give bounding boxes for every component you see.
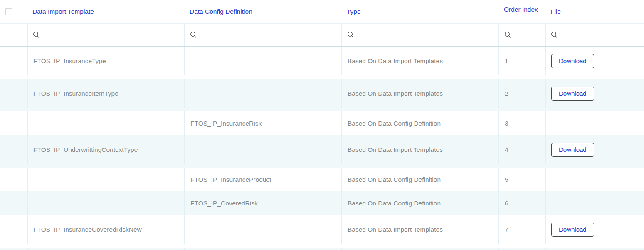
- cell-type: Based On Data Import Templates: [342, 146, 443, 153]
- table-row[interactable]: FTOS_IP_InsuranceProduct Based On Data C…: [0, 168, 644, 191]
- select-all-cell: [0, 0, 27, 23]
- filter-cell-checkbox-column: [0, 24, 27, 46]
- cell-order-index: 4: [499, 146, 508, 153]
- download-button[interactable]: Download: [551, 143, 594, 157]
- cell-type: Based On Data Config Definition: [342, 176, 441, 183]
- download-button[interactable]: Download: [551, 223, 594, 237]
- search-icon: [33, 31, 40, 38]
- column-header-data-import-template[interactable]: Data Import Template: [27, 8, 94, 15]
- filter-input-order-index[interactable]: [515, 31, 545, 38]
- table-row[interactable]: FTOS_IP_InsuranceCoveredRiskNew Based On…: [0, 215, 644, 248]
- download-button[interactable]: Download: [551, 54, 594, 68]
- filter-input-data-import-template[interactable]: [43, 31, 184, 38]
- download-button[interactable]: Download: [551, 87, 594, 101]
- cell-order-index: 1: [499, 57, 508, 65]
- cell-order-index: 6: [499, 200, 508, 207]
- select-all-checkbox[interactable]: [5, 8, 12, 15]
- table-row-partial: [0, 248, 644, 250]
- column-header-data-config-definition[interactable]: Data Config Definition: [184, 8, 252, 15]
- table-header-row: Data Import Template Data Config Definit…: [0, 0, 644, 24]
- table-row[interactable]: FTOS_IP_InsuranceItemType Based On Data …: [0, 79, 644, 111]
- search-icon: [347, 31, 354, 38]
- cell-order-index: 3: [499, 120, 508, 127]
- table-row[interactable]: FTOS_IP_InsuranceRisk Based On Data Conf…: [0, 111, 644, 135]
- cell-data-config-definition: FTOS_IP_InsuranceProduct: [185, 176, 271, 183]
- filter-input-file[interactable]: [561, 31, 644, 38]
- cell-type: Based On Data Import Templates: [342, 226, 443, 233]
- search-icon: [504, 31, 511, 38]
- cell-data-config-definition: FTOS_IP_InsuranceRisk: [185, 120, 262, 127]
- cell-order-index: 7: [499, 226, 508, 233]
- cell-type: Based On Data Import Templates: [342, 90, 443, 97]
- table-filter-row: [0, 24, 644, 47]
- column-header-type[interactable]: Type: [341, 8, 361, 15]
- filter-input-data-config-definition[interactable]: [200, 31, 341, 38]
- filter-input-type[interactable]: [358, 31, 498, 38]
- table-row[interactable]: FTOS_IP_UnderwrittingContextType Based O…: [0, 135, 644, 168]
- cell-data-import-template: FTOS_IP_InsuranceCoveredRiskNew: [28, 226, 142, 233]
- cell-type: Based On Data Config Definition: [342, 200, 441, 207]
- cell-data-config-definition: FTOS_IP_CoveredRisk: [185, 200, 258, 207]
- cell-data-import-template: FTOS_IP_UnderwrittingContextType: [28, 146, 138, 153]
- data-table: Data Import Template Data Config Definit…: [0, 0, 644, 250]
- cell-type: Based On Data Import Templates: [342, 57, 443, 65]
- table-row[interactable]: FTOS_IP_CoveredRisk Based On Data Config…: [0, 191, 644, 215]
- cell-data-import-template: FTOS_IP_InsuranceItemType: [28, 90, 118, 97]
- search-icon: [190, 31, 197, 38]
- column-header-order-index[interactable]: Order Index: [498, 6, 538, 13]
- cell-order-index: 5: [499, 176, 508, 183]
- column-header-file[interactable]: File: [545, 8, 561, 15]
- cell-order-index: 2: [499, 90, 508, 97]
- cell-data-import-template: FTOS_IP_InsuranceType: [28, 57, 106, 65]
- table-row[interactable]: FTOS_IP_InsuranceType Based On Data Impo…: [0, 47, 644, 79]
- cell-type: Based On Data Config Definition: [342, 120, 441, 127]
- search-icon: [551, 31, 558, 38]
